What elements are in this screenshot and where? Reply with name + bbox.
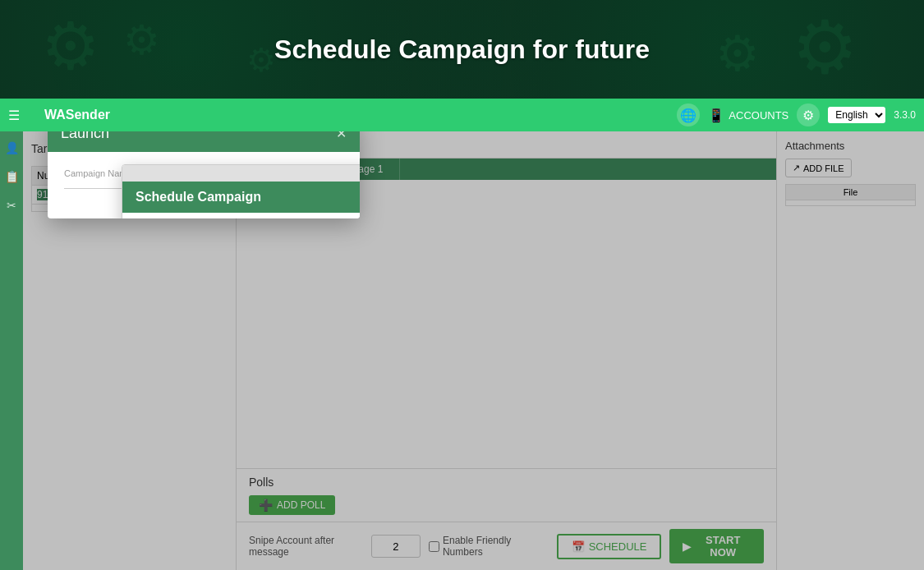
app-bar: ☰ WASender 🌐 📱 ACCOUNTS ⚙ English 3.3.0 xyxy=(0,99,924,131)
sidebar-icon-1[interactable]: 👤 xyxy=(3,140,20,156)
version-label: 3.3.0 xyxy=(894,109,916,121)
sidebar-icon-2[interactable]: 📋 xyxy=(3,168,20,185)
schedule-modal-title: Schedule Campaign xyxy=(136,190,261,204)
language-select[interactable]: English xyxy=(828,107,885,123)
schedule-modal: ─ □ ✕ Schedule Campaign xyxy=(122,164,360,218)
accounts-label: ACCOUNTS xyxy=(729,109,788,122)
accounts-button[interactable]: 📱 ACCOUNTS xyxy=(708,108,788,123)
launch-modal-header: Launch ✕ xyxy=(48,131,360,152)
settings-icon[interactable]: ⚙ xyxy=(797,103,820,126)
hero-banner: ⚙ ⚙ ⚙ ⚙ ⚙ Schedule Campaign for future xyxy=(0,0,924,99)
schedule-modal-titlebar: ─ □ ✕ xyxy=(122,165,360,182)
globe-icon[interactable]: 🌐 xyxy=(677,103,700,126)
schedule-modal-body: Schedule Name Schedule Date and Time 📅 (… xyxy=(122,213,360,218)
hero-title: Schedule Campaign for future xyxy=(274,34,650,65)
launch-modal-title: Launch xyxy=(61,131,109,142)
menu-icon[interactable]: ☰ xyxy=(8,108,20,123)
launch-overlay: Launch ✕ Campaign Name ─ □ xyxy=(23,131,924,570)
launch-modal-close[interactable]: ✕ xyxy=(336,131,347,141)
sidebar: 👤 📋 ✂ xyxy=(0,131,23,570)
launch-modal: Launch ✕ Campaign Name ─ □ xyxy=(48,131,360,218)
main-content: 👤 📋 ✂ Target 📋 UPLOAD EXCEL Number N xyxy=(0,131,924,570)
schedule-modal-header: Schedule Campaign xyxy=(122,182,360,213)
sidebar-icon-3[interactable]: ✂ xyxy=(3,197,20,214)
app-logo: WASender xyxy=(44,108,110,122)
